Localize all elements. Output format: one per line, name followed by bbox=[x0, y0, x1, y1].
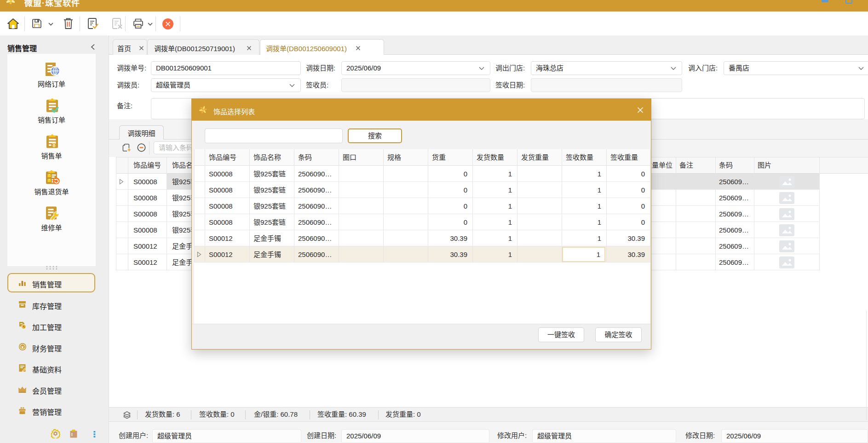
svg-text:¥: ¥ bbox=[52, 141, 56, 149]
svg-text:¥: ¥ bbox=[21, 344, 24, 350]
